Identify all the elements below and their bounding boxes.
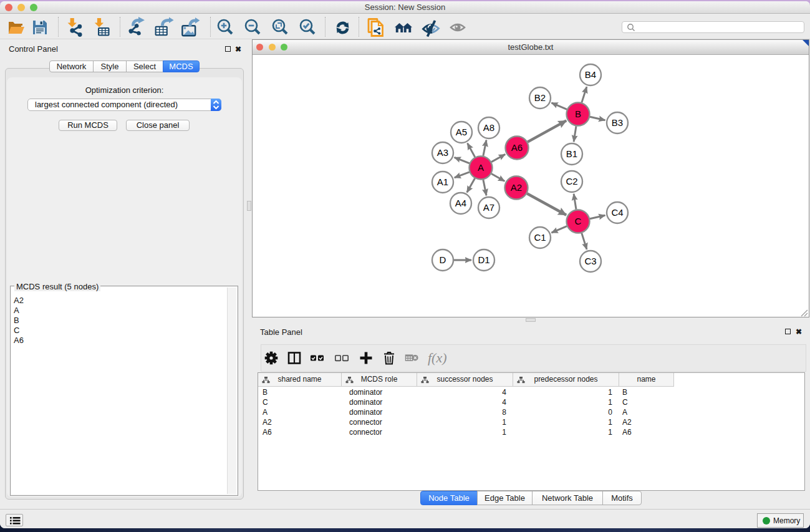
svg-text:B1: B1 <box>566 148 577 159</box>
svg-text:A7: A7 <box>483 202 494 213</box>
svg-text:A5: A5 <box>456 127 467 137</box>
svg-text:A: A <box>478 162 484 173</box>
svg-text:B: B <box>575 109 581 119</box>
svg-text:A4: A4 <box>455 198 466 208</box>
svg-text:D: D <box>440 254 446 265</box>
svg-text:C3: C3 <box>584 256 596 266</box>
svg-text:C2: C2 <box>566 176 577 186</box>
svg-text:A1: A1 <box>437 177 448 187</box>
svg-text:C1: C1 <box>534 232 546 243</box>
svg-text:A6: A6 <box>511 142 523 153</box>
svg-text:C4: C4 <box>611 207 623 218</box>
svg-text:A3: A3 <box>437 147 448 158</box>
svg-text:A2: A2 <box>511 182 522 193</box>
svg-text:C: C <box>575 216 582 226</box>
svg-text:B4: B4 <box>585 69 596 80</box>
svg-text:B2: B2 <box>534 92 546 103</box>
svg-text:B3: B3 <box>612 117 623 128</box>
svg-text:A8: A8 <box>483 122 494 133</box>
svg-text:D1: D1 <box>478 254 489 265</box>
